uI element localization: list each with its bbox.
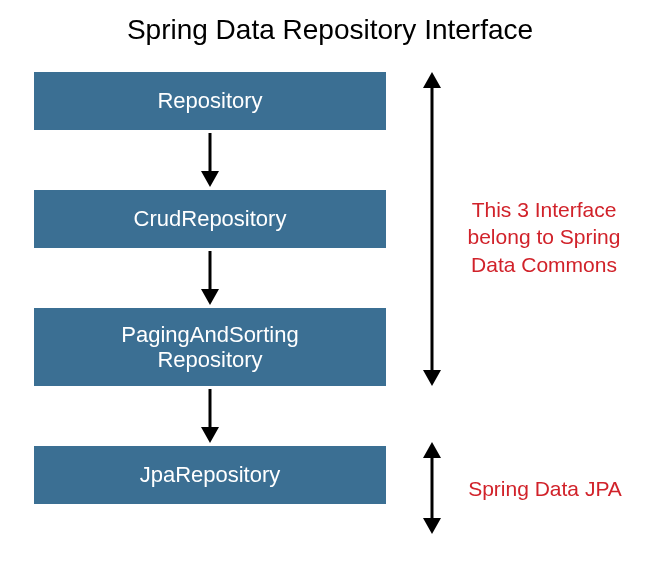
box-label: PagingAndSortingRepository: [121, 322, 298, 373]
arrow-gap: [34, 386, 386, 446]
svg-marker-5: [201, 427, 219, 443]
bracket-commons: [420, 72, 444, 386]
arrow-gap: [34, 130, 386, 190]
annotation-commons: This 3 Interface belong to Spring Data C…: [455, 196, 633, 278]
box-paging-sorting-repository: PagingAndSortingRepository: [34, 308, 386, 386]
svg-marker-9: [423, 442, 441, 458]
down-arrow-icon: [199, 251, 221, 305]
box-label: CrudRepository: [134, 206, 287, 231]
svg-marker-6: [423, 72, 441, 88]
box-label: Repository: [157, 88, 262, 113]
down-arrow-icon: [199, 133, 221, 187]
double-arrow-icon: [420, 72, 444, 386]
arrow-gap: [34, 248, 386, 308]
diagram-title: Spring Data Repository Interface: [0, 14, 650, 46]
box-jpa-repository: JpaRepository: [34, 446, 386, 504]
box-crud-repository: CrudRepository: [34, 190, 386, 248]
annotation-jpa: Spring Data JPA: [460, 475, 630, 502]
double-arrow-icon: [420, 442, 444, 534]
svg-marker-8: [423, 370, 441, 386]
box-repository: Repository: [34, 72, 386, 130]
hierarchy-column: Repository CrudRepository PagingAndSorti…: [34, 72, 386, 504]
svg-marker-3: [201, 289, 219, 305]
svg-marker-1: [201, 171, 219, 187]
box-label: JpaRepository: [140, 462, 281, 487]
bracket-jpa: [420, 442, 444, 534]
down-arrow-icon: [199, 389, 221, 443]
svg-marker-11: [423, 518, 441, 534]
